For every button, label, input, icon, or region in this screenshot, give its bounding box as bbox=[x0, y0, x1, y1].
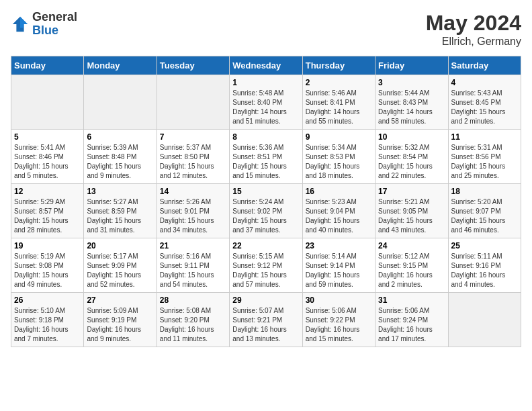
day-cell: 23Sunrise: 5:14 AMSunset: 9:14 PMDayligh… bbox=[302, 238, 375, 293]
day-cell: 12Sunrise: 5:29 AMSunset: 8:57 PMDayligh… bbox=[11, 184, 84, 238]
logo-icon bbox=[11, 15, 30, 34]
page-title: May 2024 bbox=[426, 11, 521, 36]
header-cell-tuesday: Tuesday bbox=[157, 56, 229, 75]
day-number: 19 bbox=[14, 241, 81, 250]
day-cell: 31Sunrise: 5:06 AMSunset: 9:24 PMDayligh… bbox=[375, 293, 448, 347]
day-info: Sunrise: 5:11 AMSunset: 9:16 PMDaylight:… bbox=[451, 252, 518, 289]
day-cell: 22Sunrise: 5:15 AMSunset: 9:12 PMDayligh… bbox=[230, 238, 302, 293]
logo-general: General bbox=[32, 10, 77, 24]
day-info: Sunrise: 5:23 AMSunset: 9:04 PMDaylight:… bbox=[306, 197, 372, 235]
header-cell-thursday: Thursday bbox=[302, 56, 375, 75]
day-cell: 20Sunrise: 5:17 AMSunset: 9:09 PMDayligh… bbox=[84, 238, 157, 293]
day-info: Sunrise: 5:17 AMSunset: 9:09 PMDaylight:… bbox=[87, 252, 153, 289]
day-number: 1 bbox=[232, 78, 299, 87]
day-info: Sunrise: 5:15 AMSunset: 9:12 PMDaylight:… bbox=[232, 252, 299, 289]
day-info: Sunrise: 5:06 AMSunset: 9:24 PMDaylight:… bbox=[378, 306, 445, 344]
day-number: 20 bbox=[87, 241, 153, 250]
day-number: 10 bbox=[378, 132, 445, 142]
logo-blue: Blue bbox=[32, 24, 58, 37]
header-cell-friday: Friday bbox=[375, 56, 448, 75]
day-info: Sunrise: 5:44 AMSunset: 8:43 PMDaylight:… bbox=[378, 89, 445, 126]
day-info: Sunrise: 5:12 AMSunset: 9:15 PMDaylight:… bbox=[378, 252, 445, 289]
day-info: Sunrise: 5:43 AMSunset: 8:45 PMDaylight:… bbox=[451, 89, 518, 126]
day-cell: 15Sunrise: 5:24 AMSunset: 9:02 PMDayligh… bbox=[230, 184, 302, 238]
day-info: Sunrise: 5:16 AMSunset: 9:11 PMDaylight:… bbox=[160, 252, 226, 289]
day-info: Sunrise: 5:39 AMSunset: 8:48 PMDaylight:… bbox=[87, 143, 153, 181]
day-info: Sunrise: 5:48 AMSunset: 8:40 PMDaylight:… bbox=[232, 89, 299, 126]
day-cell: 17Sunrise: 5:21 AMSunset: 9:05 PMDayligh… bbox=[375, 184, 448, 238]
day-number: 15 bbox=[232, 187, 299, 196]
day-number: 22 bbox=[232, 241, 299, 250]
day-cell: 26Sunrise: 5:10 AMSunset: 9:18 PMDayligh… bbox=[11, 293, 84, 347]
day-number: 28 bbox=[160, 295, 226, 305]
day-cell: 11Sunrise: 5:31 AMSunset: 8:56 PMDayligh… bbox=[448, 130, 521, 184]
day-number: 11 bbox=[451, 132, 518, 142]
day-cell: 16Sunrise: 5:23 AMSunset: 9:04 PMDayligh… bbox=[302, 184, 375, 238]
day-cell: 29Sunrise: 5:07 AMSunset: 9:21 PMDayligh… bbox=[230, 293, 302, 347]
day-number: 6 bbox=[87, 132, 153, 142]
day-number: 17 bbox=[378, 187, 445, 196]
logo: General Blue bbox=[11, 11, 77, 38]
day-number: 30 bbox=[306, 295, 372, 305]
day-cell bbox=[157, 75, 229, 130]
day-info: Sunrise: 5:24 AMSunset: 9:02 PMDaylight:… bbox=[232, 197, 299, 235]
page-subtitle: Ellrich, Germany bbox=[426, 36, 521, 48]
day-cell: 19Sunrise: 5:19 AMSunset: 9:08 PMDayligh… bbox=[11, 238, 84, 293]
day-info: Sunrise: 5:10 AMSunset: 9:18 PMDaylight:… bbox=[14, 306, 81, 344]
day-number: 7 bbox=[160, 132, 226, 142]
day-info: Sunrise: 5:27 AMSunset: 8:59 PMDaylight:… bbox=[87, 197, 153, 235]
week-row-4: 19Sunrise: 5:19 AMSunset: 9:08 PMDayligh… bbox=[11, 238, 521, 293]
day-info: Sunrise: 5:41 AMSunset: 8:46 PMDaylight:… bbox=[14, 143, 81, 181]
day-info: Sunrise: 5:36 AMSunset: 8:51 PMDaylight:… bbox=[232, 143, 299, 181]
day-cell: 30Sunrise: 5:06 AMSunset: 9:22 PMDayligh… bbox=[302, 293, 375, 347]
day-cell bbox=[11, 75, 84, 130]
day-cell: 2Sunrise: 5:46 AMSunset: 8:41 PMDaylight… bbox=[302, 75, 375, 130]
day-cell: 4Sunrise: 5:43 AMSunset: 8:45 PMDaylight… bbox=[448, 75, 521, 130]
day-number: 2 bbox=[306, 78, 372, 87]
day-number: 12 bbox=[14, 187, 81, 196]
day-cell: 7Sunrise: 5:37 AMSunset: 8:50 PMDaylight… bbox=[157, 130, 229, 184]
calendar-table: SundayMondayTuesdayWednesdayThursdayFrid… bbox=[11, 56, 521, 347]
week-row-5: 26Sunrise: 5:10 AMSunset: 9:18 PMDayligh… bbox=[11, 293, 521, 347]
header-cell-saturday: Saturday bbox=[448, 56, 521, 75]
day-info: Sunrise: 5:06 AMSunset: 9:22 PMDaylight:… bbox=[306, 306, 372, 344]
day-info: Sunrise: 5:08 AMSunset: 9:20 PMDaylight:… bbox=[160, 306, 226, 344]
header-cell-sunday: Sunday bbox=[11, 56, 84, 75]
day-info: Sunrise: 5:20 AMSunset: 9:07 PMDaylight:… bbox=[451, 197, 518, 235]
week-row-1: 1Sunrise: 5:48 AMSunset: 8:40 PMDaylight… bbox=[11, 75, 521, 130]
day-number: 4 bbox=[451, 78, 518, 87]
day-info: Sunrise: 5:26 AMSunset: 9:01 PMDaylight:… bbox=[160, 197, 226, 235]
day-number: 18 bbox=[451, 187, 518, 196]
day-number: 26 bbox=[14, 295, 81, 305]
day-cell: 3Sunrise: 5:44 AMSunset: 8:43 PMDaylight… bbox=[375, 75, 448, 130]
day-number: 23 bbox=[306, 241, 372, 250]
header-row: SundayMondayTuesdayWednesdayThursdayFrid… bbox=[11, 56, 521, 75]
day-info: Sunrise: 5:34 AMSunset: 8:53 PMDaylight:… bbox=[306, 143, 372, 181]
day-number: 5 bbox=[14, 132, 81, 142]
day-info: Sunrise: 5:07 AMSunset: 9:21 PMDaylight:… bbox=[232, 306, 299, 344]
day-number: 29 bbox=[232, 295, 299, 305]
day-number: 13 bbox=[87, 187, 153, 196]
day-number: 21 bbox=[160, 241, 226, 250]
page-header: General Blue May 2024 Ellrich, Germany bbox=[11, 11, 521, 48]
day-cell: 6Sunrise: 5:39 AMSunset: 8:48 PMDaylight… bbox=[84, 130, 157, 184]
day-number: 25 bbox=[451, 241, 518, 250]
title-block: May 2024 Ellrich, Germany bbox=[426, 11, 521, 48]
day-info: Sunrise: 5:32 AMSunset: 8:54 PMDaylight:… bbox=[378, 143, 445, 181]
day-cell: 10Sunrise: 5:32 AMSunset: 8:54 PMDayligh… bbox=[375, 130, 448, 184]
day-cell: 28Sunrise: 5:08 AMSunset: 9:20 PMDayligh… bbox=[157, 293, 229, 347]
day-cell: 5Sunrise: 5:41 AMSunset: 8:46 PMDaylight… bbox=[11, 130, 84, 184]
day-info: Sunrise: 5:29 AMSunset: 8:57 PMDaylight:… bbox=[14, 197, 81, 235]
day-cell: 18Sunrise: 5:20 AMSunset: 9:07 PMDayligh… bbox=[448, 184, 521, 238]
day-cell: 13Sunrise: 5:27 AMSunset: 8:59 PMDayligh… bbox=[84, 184, 157, 238]
week-row-3: 12Sunrise: 5:29 AMSunset: 8:57 PMDayligh… bbox=[11, 184, 521, 238]
day-cell: 27Sunrise: 5:09 AMSunset: 9:19 PMDayligh… bbox=[84, 293, 157, 347]
day-number: 31 bbox=[378, 295, 445, 305]
day-number: 27 bbox=[87, 295, 153, 305]
day-info: Sunrise: 5:14 AMSunset: 9:14 PMDaylight:… bbox=[306, 252, 372, 289]
day-cell bbox=[84, 75, 157, 130]
day-info: Sunrise: 5:19 AMSunset: 9:08 PMDaylight:… bbox=[14, 252, 81, 289]
calendar-body: 1Sunrise: 5:48 AMSunset: 8:40 PMDaylight… bbox=[11, 75, 521, 347]
header-cell-monday: Monday bbox=[84, 56, 157, 75]
day-cell: 25Sunrise: 5:11 AMSunset: 9:16 PMDayligh… bbox=[448, 238, 521, 293]
